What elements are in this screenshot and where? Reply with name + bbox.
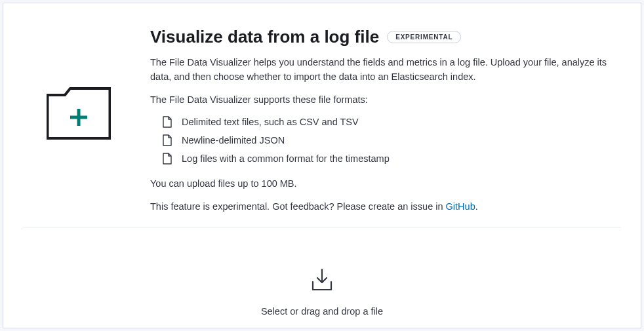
intro-content: Visualize data from a log file EXPERIMEN… [150,27,621,214]
upload-limit-text: You can upload files up to 100 MB. [150,176,614,191]
intro-icon-column [23,27,134,214]
format-label: Delimited text files, such as CSV and TS… [182,117,359,127]
format-label: Log files with a common format for the t… [182,153,390,164]
experimental-suffix: . [475,201,478,212]
add-data-folder-icon [47,87,111,142]
list-item: Log files with a common format for the t… [162,153,614,165]
document-icon [162,153,172,165]
intro-paragraph: The File Data Visualizer helps you under… [150,55,614,85]
list-item: Delimited text files, such as CSV and TS… [162,116,614,128]
file-data-visualizer-panel: Visualize data from a log file EXPERIMEN… [3,3,641,328]
experimental-notice: This feature is experimental. Got feedba… [150,199,614,214]
drop-zone-label: Select or drag and drop a file [261,306,383,317]
supported-formats-list: Delimited text files, such as CSV and TS… [162,116,614,165]
supports-label: The File Data Visualizer supports these … [150,92,614,107]
document-icon [162,134,172,146]
file-drop-zone[interactable]: Select or drag and drop a file [23,227,621,317]
list-item: Newline-delimited JSON [162,134,614,146]
github-link[interactable]: GitHub [446,201,475,212]
experimental-badge: EXPERIMENTAL [387,31,461,43]
experimental-prefix: This feature is experimental. Got feedba… [150,201,446,212]
title-row: Visualize data from a log file EXPERIMEN… [150,27,614,47]
document-icon [162,116,172,128]
import-icon [310,268,334,294]
intro-section: Visualize data from a log file EXPERIMEN… [23,27,621,214]
page-title: Visualize data from a log file [150,27,379,47]
format-label: Newline-delimited JSON [182,135,285,146]
